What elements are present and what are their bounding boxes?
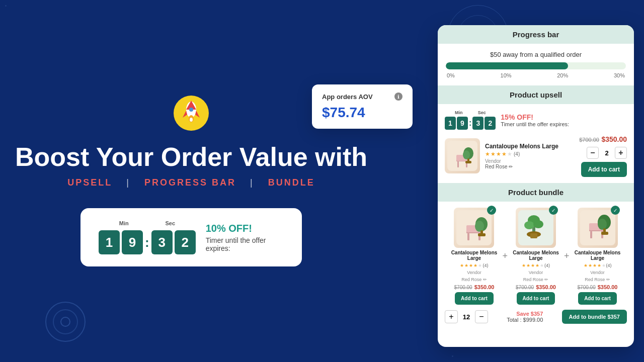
bundle-item-3-name: Cantaloupe Melons Large [573, 250, 623, 261]
upsell-product-name: Cantaloupe Melons Large [485, 143, 574, 150]
bundle-plus-1: + [502, 251, 508, 261]
timer-section: Min Sec 1 9 : 3 2 [99, 220, 196, 254]
bundle-item-2-vendor-name: Red Rose ✏ [523, 277, 549, 282]
upsell-off-text: 15% OFF! [501, 113, 627, 121]
svg-point-30 [533, 220, 543, 228]
bundle-check-3: ✓ [611, 206, 620, 215]
upsell-product-info: Cantaloupe Melons Large ★ ★ ★ ★ ★ (4) Ve… [485, 143, 574, 169]
bundle-item-1-price-new: $350.00 [474, 284, 495, 290]
bundle-item-2-stars: ★ ★ ★ ★ ★ (4) [522, 263, 550, 268]
bundle-img-wrap-2: ✓ [516, 208, 556, 248]
progress-bar-fill [446, 62, 568, 69]
svg-rect-35 [590, 231, 592, 238]
upsell-price-old: $700.00 [579, 137, 599, 143]
progress-label-30: 30% [614, 72, 625, 78]
right-panel[interactable]: Progress bar $50 away from a qualified o… [438, 25, 634, 347]
timer-colon: : [145, 235, 149, 250]
aov-title: App orders AOV [322, 93, 373, 101]
bundle-item-3-vendor-label: Vendor [590, 270, 605, 275]
upsell-desc: Timer until the offer expires: [501, 121, 627, 127]
bundle-item-3-price-old: $700.00 [578, 285, 596, 290]
bundle-item-1-vendor-label: Vendor [467, 270, 481, 275]
bundle-item-3-price-new: $350.00 [598, 284, 618, 290]
upsell-section-header: Product upsell [438, 85, 634, 104]
bundle-item-3: ✓ Cantaloupe Melons Large ★ ★ ★ ★ ★ (4) … [573, 208, 623, 305]
bundle-section-header: Product bundle [438, 183, 634, 202]
upsell-product-stars: ★ ★ ★ ★ ★ (4) [485, 151, 574, 157]
timer-digit-1: 1 [99, 230, 120, 254]
upsell-qty-increase[interactable]: + [615, 147, 627, 159]
bundle-item-1-add-cart-button[interactable]: Add to cart [455, 292, 494, 305]
bundle-img-2 [516, 208, 556, 248]
svg-point-7 [189, 108, 193, 112]
upsell-sec-label: Sec [475, 110, 489, 115]
bundle-item-2-price-new: $350.00 [536, 284, 556, 290]
bundle-check-1: ✓ [487, 206, 496, 215]
svg-point-39 [598, 219, 607, 230]
bundle-qty-value: 12 [461, 313, 472, 321]
progress-labels: 0% 10% 20% 30% [446, 72, 626, 78]
svg-rect-16 [465, 161, 471, 163]
bundle-qty-decrease[interactable]: − [475, 310, 488, 323]
bundle-item-3-add-cart-button[interactable]: Add to cart [578, 292, 617, 305]
upsell-add-to-cart-button[interactable]: Add to cart [581, 162, 627, 177]
upsell-price-new: $350.00 [601, 135, 627, 143]
bundle-img-wrap-1: ✓ [454, 208, 494, 248]
aov-info-icon[interactable]: ℹ [394, 93, 403, 101]
bundle-qty-increase[interactable]: + [445, 310, 458, 323]
bundle-item-1-stars: ★ ★ ★ ★ ★ (4) [460, 263, 488, 268]
progress-label-20: 20% [557, 72, 568, 78]
bundle-item-2-name: Cantaloupe Melons Large [511, 250, 561, 261]
star-4: ★ [502, 151, 507, 157]
star-5: ★ [507, 151, 512, 157]
svg-rect-10 [457, 161, 459, 167]
svg-point-14 [463, 150, 470, 159]
upsell-digit-3: 3 [472, 117, 484, 130]
upsell-timer-group: Min Sec 1 9 : 3 2 [445, 110, 496, 130]
bundle-plus-2: + [564, 251, 570, 261]
upsell-digit-1: 1 [445, 117, 456, 130]
upsell-digit-4: 2 [485, 117, 496, 130]
timer-digit-3: 3 [151, 230, 173, 254]
svg-rect-41 [601, 232, 608, 235]
upsell-offer-text: 15% OFF! Timer until the offer expires: [501, 113, 627, 127]
subtitle-upsell: UPSELL [67, 177, 112, 188]
aov-value: $75.74 [322, 105, 403, 121]
svg-rect-32 [530, 233, 537, 238]
subtitle-bundle: BUNDLE [268, 177, 315, 188]
bundle-item-2-add-cart-button[interactable]: Add to cart [517, 292, 555, 305]
bundle-summary: Save $357 Total : $999.00 [507, 311, 543, 323]
timer-digits: 1 9 : 3 2 [99, 230, 196, 254]
progress-label-10: 10% [501, 72, 512, 78]
add-to-bundle-button[interactable]: Add to bundle $357 [562, 310, 627, 324]
svg-point-6 [190, 118, 193, 122]
progress-bar-section: $50 away from a qualified order 0% 10% 2… [438, 44, 634, 85]
bundle-total-text: Total : $999.00 [507, 317, 543, 323]
bundle-footer: + 12 − Save $357 Total : $999.00 Add to … [445, 310, 627, 324]
upsell-qty-decrease[interactable]: − [587, 147, 599, 159]
upsell-product-row: Cantaloupe Melons Large ★ ★ ★ ★ ★ (4) Ve… [445, 135, 627, 177]
progress-bar-container [446, 62, 626, 69]
upsell-qty-row: − 2 + [587, 147, 627, 159]
background-dots-br: for(let i=0;i<40;i++) document.currentSc… [452, 355, 513, 357]
left-panel: Boost Your Order Value with UPSELL | PRO… [0, 0, 382, 362]
timer-text: 10% OFF! Timer until the offer expires: [206, 223, 284, 252]
timer-desc: Timer until the offer expires: [206, 236, 284, 252]
upsell-timer-digits: 1 9 : 3 2 [445, 117, 496, 130]
bundle-save-text: Save $357 [507, 311, 543, 317]
upsell-colon: : [469, 119, 471, 128]
subtitle: UPSELL | PROGRESS BAR | BUNDLE [62, 177, 319, 188]
timer-min-label: Min [110, 220, 138, 226]
progress-bar-section-header: Progress bar [438, 25, 634, 44]
svg-rect-25 [478, 233, 486, 236]
star-1: ★ [485, 151, 490, 157]
upsell-vendor-name: Red Rose ✏ [485, 164, 574, 169]
main-title: Boost Your Order Value with [15, 143, 367, 171]
timer-sec-label: Sec [156, 220, 184, 226]
progress-label-0: 0% [447, 72, 455, 78]
bundle-item-1-vendor-name: Red Rose ✏ [461, 277, 487, 282]
svg-point-23 [475, 221, 484, 232]
upsell-product-image [445, 138, 480, 173]
subtitle-progress: PROGRESS BAR [144, 177, 236, 188]
bundle-items: ✓ Cantaloupe Melons Large ★ ★ ★ ★ ★ (4) … [445, 208, 627, 305]
